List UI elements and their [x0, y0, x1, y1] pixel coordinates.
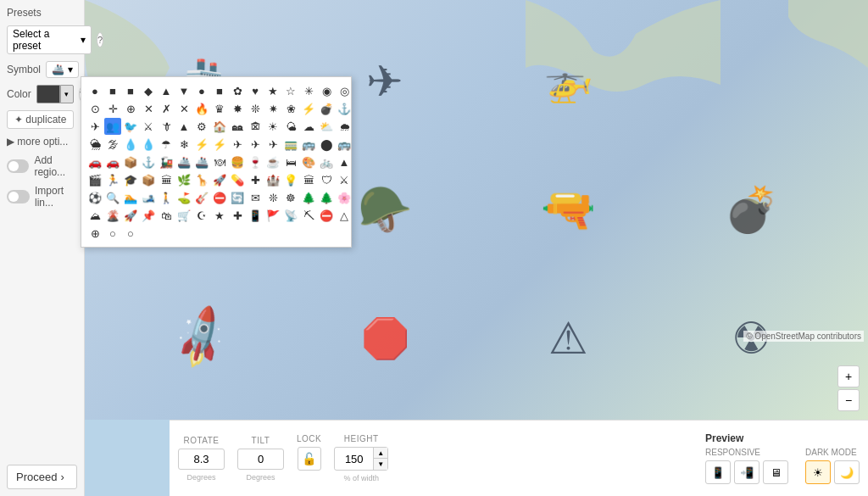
tablet-preview-button[interactable]: 📲	[734, 460, 760, 484]
symbol-cell-118[interactable]: ⛔	[318, 207, 335, 224]
phone-preview-button[interactable]: 📱	[705, 460, 731, 484]
duplicate-button[interactable]: ✦ duplicate	[7, 110, 74, 129]
proceed-button[interactable]: Proceed ›	[7, 465, 77, 489]
symbol-cell-74[interactable]: ▲	[336, 153, 353, 170]
symbol-cell-29[interactable]: ⚓	[336, 100, 353, 117]
symbol-cell-72[interactable]: 🎨	[300, 153, 317, 170]
symbol-cell-116[interactable]: 📡	[282, 207, 299, 224]
symbol-cell-6[interactable]: ●	[193, 82, 210, 99]
symbol-cell-115[interactable]: 🚩	[264, 207, 281, 224]
symbol-cell-23[interactable]: ✸	[229, 100, 246, 117]
tilt-input[interactable]	[237, 449, 284, 470]
symbol-cell-101[interactable]: ☸	[282, 189, 299, 206]
symbol-cell-24[interactable]: ❊	[247, 100, 264, 117]
symbol-cell-41[interactable]: 🌤	[282, 118, 299, 135]
symbol-cell-32[interactable]: 🐦	[122, 118, 139, 135]
symbol-cell-120[interactable]: ⊕	[86, 225, 103, 242]
symbol-cell-93[interactable]: 🎿	[140, 189, 157, 206]
symbol-cell-12[interactable]: ✳	[300, 82, 317, 99]
symbol-cell-69[interactable]: 🍷	[247, 153, 264, 170]
symbol-cell-58[interactable]: ⬤	[318, 136, 335, 153]
desktop-preview-button[interactable]: 🖥	[763, 460, 788, 484]
symbol-cell-97[interactable]: ⛔	[211, 189, 228, 206]
symbol-cell-61[interactable]: 🚗	[104, 153, 121, 170]
symbol-cell-70[interactable]: ☕	[264, 153, 281, 170]
symbol-cell-50[interactable]: ❄	[175, 136, 192, 153]
symbol-cell-76[interactable]: 🏃	[104, 171, 121, 188]
symbol-cell-88[interactable]: 🛡	[318, 171, 335, 188]
symbol-cell-10[interactable]: ★	[264, 82, 281, 99]
symbol-cell-92[interactable]: 🏊	[122, 189, 139, 206]
symbol-cell-80[interactable]: 🌿	[175, 171, 192, 188]
symbol-cell-94[interactable]: 🚶	[158, 189, 175, 206]
symbol-cell-39[interactable]: 🏚	[247, 118, 264, 135]
symbol-cell-71[interactable]: 🛏	[282, 153, 299, 170]
map-area[interactable]: 🚢 ✈ 🚁 🛥 🪖 🔫 💣 🚀 🛑 ⚠ ☢ © OpenStreetMap co…	[85, 0, 868, 496]
symbol-cell-37[interactable]: 🏠	[211, 118, 228, 135]
height-increment-button[interactable]: ▲	[374, 448, 387, 459]
symbol-cell-98[interactable]: 🔄	[229, 189, 246, 206]
zoom-in-button[interactable]: +	[837, 365, 860, 387]
symbol-cell-17[interactable]: ⊕	[122, 100, 139, 117]
symbol-cell-8[interactable]: ✿	[229, 82, 246, 99]
symbol-cell-15[interactable]: ⊙	[86, 100, 103, 117]
symbol-cell-63[interactable]: ⚓	[140, 153, 157, 170]
symbol-cell-77[interactable]: 🎓	[122, 171, 139, 188]
symbol-cell-67[interactable]: 🍽	[211, 153, 228, 170]
symbol-cell-75[interactable]: 🎬	[86, 171, 103, 188]
symbol-cell-57[interactable]: 🚌	[300, 136, 317, 153]
height-decrement-button[interactable]: ▼	[374, 459, 387, 470]
symbol-cell-117[interactable]: ⛏	[300, 207, 317, 224]
symbol-cell-3[interactable]: ◆	[140, 82, 157, 99]
symbol-cell-28[interactable]: 💣	[318, 100, 335, 117]
symbol-cell-62[interactable]: 📦	[122, 153, 139, 170]
symbol-cell-81[interactable]: 🦒	[193, 171, 210, 188]
symbol-cell-111[interactable]: ☪	[193, 207, 210, 224]
rotate-input[interactable]	[178, 449, 225, 470]
symbol-cell-91[interactable]: 🔍	[104, 189, 121, 206]
symbol-cell-84[interactable]: ✚	[247, 171, 264, 188]
preset-dropdown[interactable]: Select a preset ▾	[7, 25, 92, 54]
symbol-cell-5[interactable]: ▼	[175, 82, 192, 99]
symbol-cell-40[interactable]: ☀	[264, 118, 281, 135]
symbol-cell-0[interactable]: ●	[86, 82, 103, 99]
symbol-cell-11[interactable]: ☆	[282, 82, 299, 99]
symbol-cell-95[interactable]: ⛳	[175, 189, 192, 206]
symbol-cell-38[interactable]: 🏘	[229, 118, 246, 135]
symbol-cell-22[interactable]: ♛	[211, 100, 228, 117]
symbol-cell-54[interactable]: ✈	[247, 136, 264, 153]
zoom-out-button[interactable]: −	[837, 389, 860, 411]
color-dropdown-button[interactable]: ▾	[60, 85, 74, 103]
symbol-cell-13[interactable]: ◉	[318, 82, 335, 99]
symbol-cell-68[interactable]: 🍔	[229, 153, 246, 170]
symbol-cell-25[interactable]: ✷	[264, 100, 281, 117]
symbol-cell-33[interactable]: ⚔	[140, 118, 157, 135]
symbol-cell-102[interactable]: 🌲	[300, 189, 317, 206]
height-input[interactable]	[335, 449, 373, 469]
symbol-cell-112[interactable]: ★	[211, 207, 228, 224]
symbol-cell-19[interactable]: ✗	[158, 100, 175, 117]
symbol-cell-103[interactable]: 🌲	[318, 189, 335, 206]
symbol-cell-43[interactable]: ⛅	[318, 118, 335, 135]
symbol-cell-85[interactable]: 🏰	[264, 171, 281, 188]
symbol-selector[interactable]: 🚢 ▾	[46, 61, 79, 78]
symbol-cell-45[interactable]: 🌦	[86, 136, 103, 153]
symbol-cell-42[interactable]: ☁	[300, 118, 317, 135]
symbol-cell-114[interactable]: 📱	[247, 207, 264, 224]
symbol-cell-78[interactable]: 📦	[140, 171, 157, 188]
symbol-cell-1[interactable]: ■	[104, 82, 121, 99]
symbol-cell-35[interactable]: ▲	[175, 118, 192, 135]
symbol-cell-82[interactable]: 🚀	[211, 171, 228, 188]
symbol-cell-31[interactable]: 👥	[104, 118, 121, 135]
symbol-cell-110[interactable]: 🛒	[175, 207, 192, 224]
symbol-cell-30[interactable]: ✈	[86, 118, 103, 135]
symbol-cell-79[interactable]: 🏛	[158, 171, 175, 188]
more-options-toggle[interactable]: ▶ more opti...	[7, 136, 68, 148]
symbol-cell-16[interactable]: ✛	[104, 100, 121, 117]
symbol-cell-46[interactable]: 🌫	[104, 136, 121, 153]
symbol-cell-86[interactable]: 💡	[282, 171, 299, 188]
symbol-cell-36[interactable]: ⚙	[193, 118, 210, 135]
symbol-cell-47[interactable]: 💧	[122, 136, 139, 153]
symbol-cell-60[interactable]: 🚗	[86, 153, 103, 170]
symbol-cell-100[interactable]: ❊	[264, 189, 281, 206]
